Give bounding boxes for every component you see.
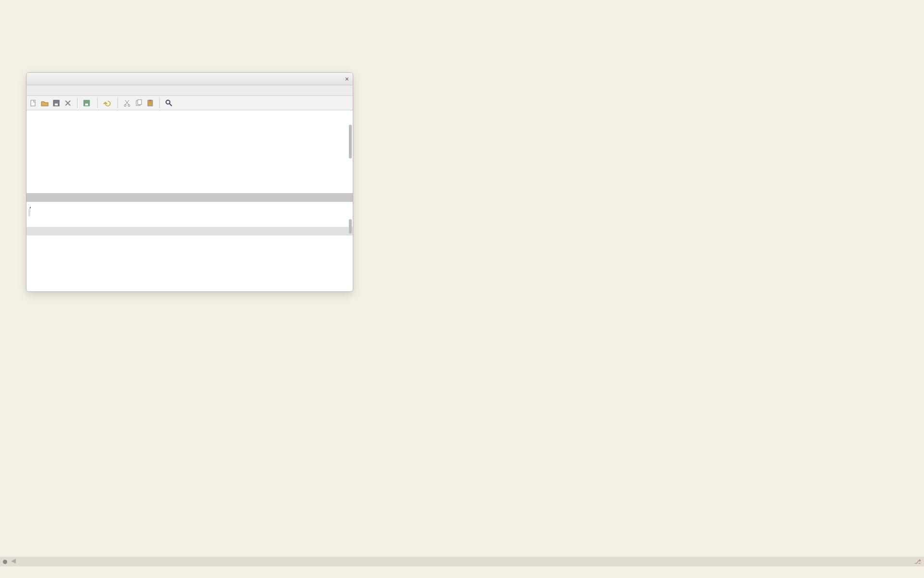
menu-bar[interactable] xyxy=(26,85,353,96)
save-disk-icon[interactable] xyxy=(52,99,60,107)
line-number xyxy=(0,0,13,217)
info-pane[interactable] xyxy=(26,216,353,227)
svg-rect-10 xyxy=(149,100,151,101)
emacs-inner-window: × , xyxy=(26,72,353,292)
paste-icon[interactable] xyxy=(146,99,154,107)
mode-line-lower xyxy=(26,227,353,236)
toolbar xyxy=(26,96,353,110)
svg-rect-4 xyxy=(85,104,88,105)
scrollbar[interactable] xyxy=(349,125,352,158)
hydra-hint-bar xyxy=(0,567,924,575)
status-dot-icon xyxy=(3,560,7,564)
window-titlebar[interactable]: × xyxy=(26,73,353,85)
close-x-icon[interactable] xyxy=(64,99,72,107)
new-file-icon[interactable] xyxy=(29,99,37,107)
cut-icon[interactable] xyxy=(123,99,131,107)
svg-rect-8 xyxy=(138,100,141,105)
copy-icon[interactable] xyxy=(135,99,142,107)
undo-button[interactable] xyxy=(103,99,112,107)
svg-rect-2 xyxy=(55,104,58,105)
close-icon[interactable]: × xyxy=(345,75,349,83)
nav-left-icon[interactable]: ⯇ xyxy=(11,558,17,565)
mode-line-upper xyxy=(26,193,353,202)
git-branch: ⎇ xyxy=(914,558,921,565)
save-button[interactable] xyxy=(83,99,92,107)
info-breadcrumb xyxy=(28,209,30,216)
svg-point-11 xyxy=(166,100,170,104)
minibuffer[interactable] xyxy=(26,236,353,243)
elisp-code-pane[interactable] xyxy=(26,110,353,193)
outer-mode-line: ⯇ ⎇ xyxy=(0,557,924,566)
scrollbar[interactable] xyxy=(349,219,352,234)
search-icon[interactable] xyxy=(165,99,173,107)
open-file-icon[interactable] xyxy=(41,99,49,107)
info-nav: , xyxy=(26,202,353,216)
